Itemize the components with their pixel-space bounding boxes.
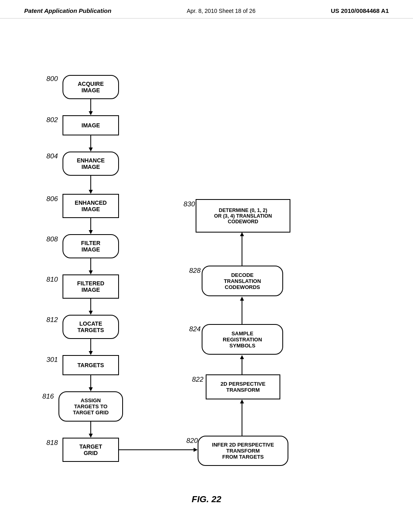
label-830: 830 [184, 200, 195, 208]
node-808: FILTER IMAGE [63, 234, 119, 258]
svg-marker-13 [89, 351, 93, 355]
figure-caption: FIG. 22 [0, 494, 413, 513]
node-828: DECODE TRANSLATION CODEWORDS [202, 266, 283, 296]
node-824: SAMPLE REGISTRATION SYMBOLS [202, 324, 283, 355]
label-810: 810 [46, 276, 58, 284]
node-822: 2D PERSPECTIVE TRANSFORM [206, 374, 280, 399]
svg-marker-5 [89, 190, 93, 194]
node-830: DETERMINE (0, 1, 2) OR (3, 4) TRANSLATIO… [196, 199, 290, 233]
svg-marker-9 [89, 270, 93, 274]
node-816: ASSIGN TARGETS TO TARGET GRID [58, 391, 123, 422]
label-816: 816 [42, 393, 54, 401]
node-820: INFER 2D PERSPECTIVE TRANSFORM FROM TARG… [198, 436, 288, 466]
svg-marker-7 [89, 230, 93, 234]
label-800: 800 [46, 75, 58, 83]
label-822: 822 [192, 376, 203, 384]
node-301: TARGETS [63, 355, 119, 375]
label-824: 824 [189, 325, 200, 333]
label-820: 820 [186, 437, 198, 445]
header-patent-number: US 2010/0084468 A1 [331, 7, 389, 14]
node-802: IMAGE [63, 115, 119, 135]
label-802: 802 [46, 116, 58, 124]
label-828: 828 [189, 267, 200, 275]
label-301: 301 [46, 356, 58, 364]
page-header: Patent Application Publication Apr. 8, 2… [0, 0, 413, 19]
label-818: 818 [46, 439, 58, 447]
label-812: 812 [46, 316, 58, 324]
node-806: ENHANCED IMAGE [63, 194, 119, 218]
svg-marker-25 [240, 297, 244, 301]
diagram-area: ACQUIRE IMAGE 800 IMAGE 802 ENHANCE IMAG… [0, 19, 413, 490]
svg-marker-15 [89, 387, 93, 391]
node-810: FILTERED IMAGE [63, 274, 119, 299]
svg-marker-3 [89, 148, 93, 152]
svg-marker-1 [89, 111, 93, 115]
svg-marker-23 [240, 355, 244, 359]
svg-marker-27 [240, 232, 244, 236]
node-818: TARGET GRID [63, 438, 119, 462]
svg-marker-11 [89, 311, 93, 315]
header-publication-label: Patent Application Publication [24, 7, 111, 14]
node-804: ENHANCE IMAGE [63, 152, 119, 176]
label-806: 806 [46, 195, 58, 203]
svg-marker-19 [194, 448, 198, 452]
node-800: ACQUIRE IMAGE [63, 75, 119, 99]
label-804: 804 [46, 152, 58, 160]
label-808: 808 [46, 235, 58, 243]
node-812: LOCATE TARGETS [63, 315, 119, 339]
header-sheet-info: Apr. 8, 2010 Sheet 18 of 26 [187, 8, 255, 14]
svg-marker-17 [89, 434, 93, 438]
svg-marker-21 [240, 399, 244, 403]
